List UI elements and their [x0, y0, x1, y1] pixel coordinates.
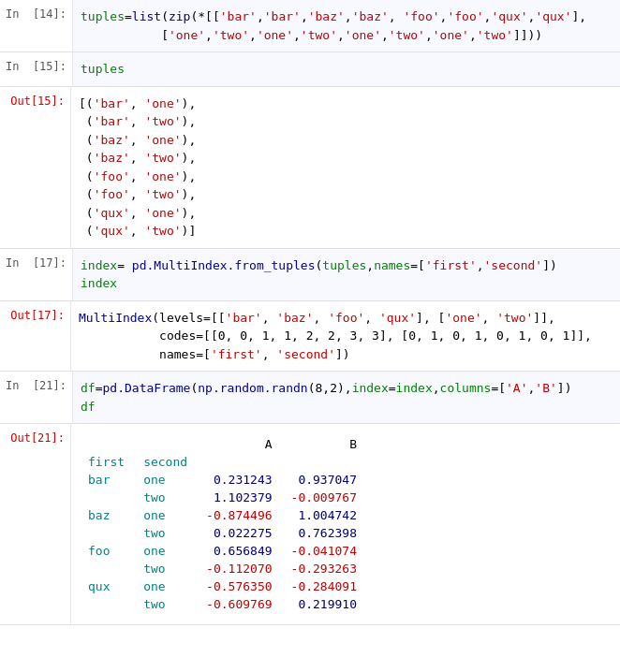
df-cell-first — [79, 595, 134, 613]
cell-content-out15: [('bar', 'one'), ('bar', 'two'), ('baz',… — [70, 87, 620, 248]
df-cell-second: one — [134, 577, 197, 595]
df-cell-second: one — [134, 471, 197, 489]
cell-content-out17: MultiIndex(levels=[['bar', 'baz', 'foo',… — [70, 301, 620, 372]
df-cell-first — [79, 489, 134, 506]
df-th-first-empty — [79, 435, 134, 453]
output-out15: [('bar', 'one'), ('bar', 'two'), ('baz',… — [79, 95, 613, 241]
cell-content-in14: tuples=list(zip(*[['bar','bar','baz','ba… — [72, 0, 620, 51]
df-th-second: second — [134, 453, 197, 471]
df-index-header-row: first second — [79, 453, 366, 471]
cell-content-in17: index= pd.MultiIndex.from_tuples(tuples,… — [72, 249, 620, 300]
df-cell-second: two — [134, 560, 197, 577]
df-cell-second: two — [134, 595, 197, 613]
cell-label-in21: In [21]: — [0, 372, 72, 423]
df-cell-first: foo — [79, 542, 134, 560]
df-cell-b: -0.293263 — [282, 560, 366, 577]
cell-out15: Out[15]: [('bar', 'one'), ('bar', 'two')… — [0, 87, 620, 249]
cell-content-in15: tuples — [72, 52, 620, 86]
cell-out21: Out[21]: A B first second — [0, 424, 620, 625]
cell-in14: In [14]: tuples=list(zip(*[['bar','bar',… — [0, 0, 620, 52]
cell-in21: In [21]: df=pd.DataFrame(np.random.randn… — [0, 372, 620, 424]
cell-label-in15: In [15]: — [0, 52, 72, 86]
table-row: barone0.2312430.937047 — [79, 471, 366, 489]
df-cell-first: baz — [79, 506, 134, 524]
table-row: two1.102379-0.009767 — [79, 489, 366, 506]
dataframe-table: A B first second barone0.2312430.937047t… — [79, 435, 366, 613]
code-in15: tuples — [81, 60, 613, 79]
df-cell-first: bar — [79, 471, 134, 489]
df-tbody: barone0.2312430.937047two1.102379-0.0097… — [79, 471, 366, 613]
cell-out17: Out[17]: MultiIndex(levels=[['bar', 'baz… — [0, 301, 620, 373]
cell-label-in17: In [17]: — [0, 249, 72, 300]
df-cell-second: two — [134, 524, 197, 542]
df-cell-b: 0.762398 — [282, 524, 366, 542]
code-in17: index= pd.MultiIndex.from_tuples(tuples,… — [81, 256, 613, 293]
cell-in17: In [17]: index= pd.MultiIndex.from_tuple… — [0, 249, 620, 301]
cell-label-out17: Out[17]: — [0, 301, 70, 372]
df-cell-b: -0.009767 — [282, 489, 366, 506]
table-row: fooone0.656849-0.041074 — [79, 542, 366, 560]
table-row: bazone-0.8744961.004742 — [79, 506, 366, 524]
df-cell-a: 1.102379 — [197, 489, 281, 506]
cell-in15: In [15]: tuples — [0, 52, 620, 87]
cell-label-out21: Out[21]: — [0, 424, 70, 624]
cell-label-out15: Out[15]: — [0, 87, 70, 248]
df-cell-a: -0.112070 — [197, 560, 281, 577]
df-cell-b: 1.004742 — [282, 506, 366, 524]
df-cell-second: one — [134, 542, 197, 560]
df-cell-a: 0.231243 — [197, 471, 281, 489]
df-cell-first — [79, 524, 134, 542]
df-cell-b: 0.219910 — [282, 595, 366, 613]
df-cell-b: -0.284091 — [282, 577, 366, 595]
df-cell-a: -0.576350 — [197, 577, 281, 595]
table-row: quxone-0.576350-0.284091 — [79, 577, 366, 595]
cell-content-in21: df=pd.DataFrame(np.random.randn(8,2),ind… — [72, 372, 620, 423]
code-in14: tuples=list(zip(*[['bar','bar','baz','ba… — [81, 7, 613, 44]
df-cell-a: 0.022275 — [197, 524, 281, 542]
df-col-header-row: A B — [79, 435, 366, 453]
df-cell-first — [79, 560, 134, 577]
df-th-second-empty — [134, 435, 197, 453]
dataframe-output: A B first second barone0.2312430.937047t… — [79, 431, 613, 617]
df-cell-b: 0.937047 — [282, 471, 366, 489]
df-th-a-placeholder — [197, 453, 281, 471]
df-cell-a: -0.609769 — [197, 595, 281, 613]
df-th-col-a: A — [197, 435, 281, 453]
df-cell-second: two — [134, 489, 197, 506]
df-th-col-b: B — [282, 435, 366, 453]
cell-label-in14: In [14]: — [0, 0, 72, 51]
code-in21: df=pd.DataFrame(np.random.randn(8,2),ind… — [81, 379, 613, 416]
df-th-b-placeholder — [282, 453, 366, 471]
df-cell-second: one — [134, 506, 197, 524]
table-row: two-0.112070-0.293263 — [79, 560, 366, 577]
table-row: two-0.6097690.219910 — [79, 595, 366, 613]
df-cell-a: 0.656849 — [197, 542, 281, 560]
df-th-first: first — [79, 453, 134, 471]
cell-content-out21: A B first second barone0.2312430.937047t… — [70, 424, 620, 624]
df-cell-first: qux — [79, 577, 134, 595]
table-row: two0.0222750.762398 — [79, 524, 366, 542]
output-out17: MultiIndex(levels=[['bar', 'baz', 'foo',… — [79, 309, 613, 364]
df-cell-a: -0.874496 — [197, 506, 281, 524]
df-cell-b: -0.041074 — [282, 542, 366, 560]
